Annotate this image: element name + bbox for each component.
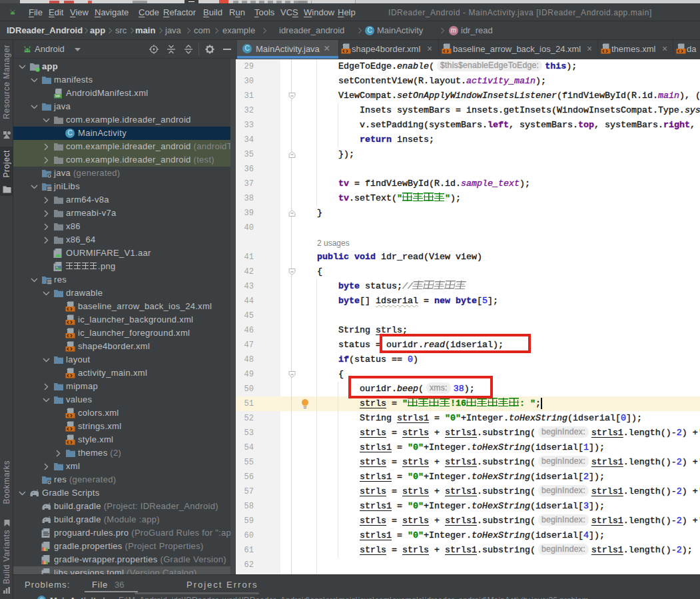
- svg-text:MF: MF: [55, 94, 61, 98]
